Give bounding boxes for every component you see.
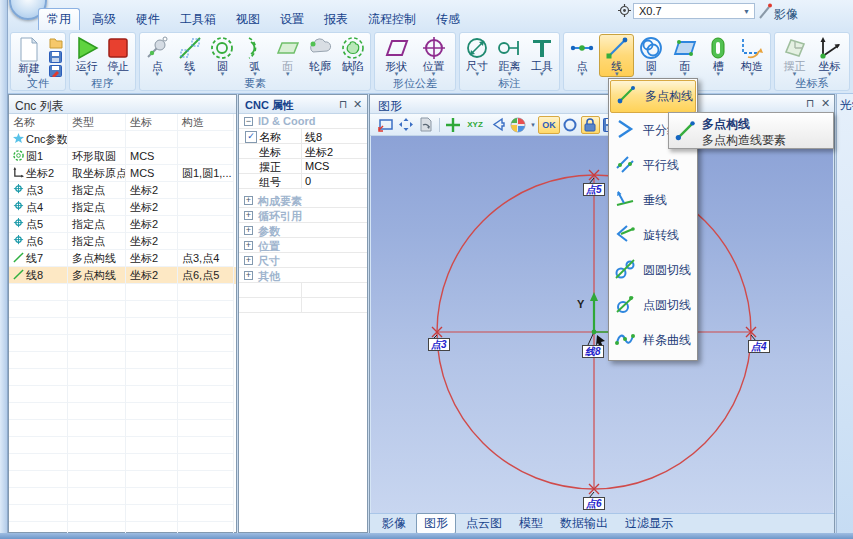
ok-button[interactable]: OK bbox=[538, 116, 560, 134]
collapse-icon[interactable]: − bbox=[244, 117, 253, 126]
table-row-Cnc参数[interactable]: Cnc参数 bbox=[9, 131, 236, 148]
tab-7[interactable]: 流程控制 bbox=[360, 8, 424, 30]
column-header-0[interactable]: 名称 bbox=[9, 114, 68, 131]
column-header-2[interactable]: 坐标 bbox=[126, 114, 178, 131]
tab-8[interactable]: 传感 bbox=[428, 8, 468, 30]
canvas-label-p6[interactable]: 点6 bbox=[583, 497, 605, 510]
target-icon[interactable] bbox=[618, 4, 631, 17]
annotate-button-1[interactable]: 距离▼ bbox=[493, 34, 525, 77]
tab-4[interactable]: 视图 bbox=[228, 8, 268, 30]
menu-item-7[interactable]: 样条曲线 bbox=[609, 323, 697, 358]
expand-icon[interactable]: + bbox=[244, 211, 253, 220]
section-其他[interactable]: +其他 bbox=[239, 268, 367, 283]
feature-button-3[interactable]: 弧▼ bbox=[239, 34, 272, 77]
canvas-label-p5[interactable]: 点5 bbox=[583, 183, 605, 196]
collapsed-panel-tab[interactable]: 光学 bbox=[836, 94, 853, 534]
expand-icon[interactable]: + bbox=[244, 226, 253, 235]
bottom-tab-2[interactable]: 点云图 bbox=[459, 514, 509, 533]
table-row-坐标2[interactable]: 坐标2取坐标原点MCS圆1,圆1,... bbox=[9, 165, 236, 182]
menu-item-0[interactable]: 多点构线 bbox=[610, 80, 696, 113]
feature-button-4[interactable]: 面▼ bbox=[271, 34, 304, 77]
feature-button-2[interactable]: 圆▼ bbox=[206, 34, 239, 77]
property-row-组号[interactable]: 组号0 bbox=[239, 174, 367, 189]
table-row-线8[interactable]: 线8多点构线坐标2点6,点5 bbox=[9, 267, 236, 284]
section-位置[interactable]: +位置 bbox=[239, 238, 367, 253]
checkbox-checked[interactable]: ✓ bbox=[245, 131, 257, 143]
xyz-icon[interactable]: XYZ bbox=[463, 116, 487, 134]
menu-item-6[interactable]: 点圆切线 bbox=[609, 288, 697, 323]
feature-button-1[interactable]: 线▼ bbox=[174, 34, 207, 77]
property-row-摆正[interactable]: 摆正MCS bbox=[239, 159, 367, 174]
annotate-button-0[interactable]: 尺寸▼ bbox=[461, 34, 493, 77]
tab-0[interactable]: 常用 bbox=[38, 8, 80, 30]
feature-button-6[interactable]: 缺陷▼ bbox=[336, 34, 369, 77]
tab-6[interactable]: 报表 bbox=[316, 8, 356, 30]
column-header-1[interactable]: 类型 bbox=[68, 114, 126, 131]
tolerance-button-1[interactable]: 位置▼ bbox=[417, 34, 450, 77]
construct-button-5[interactable]: 构造▼ bbox=[735, 34, 768, 77]
menu-item-4[interactable]: 旋转线 bbox=[609, 218, 697, 253]
zoom-fit-icon[interactable] bbox=[396, 116, 415, 134]
canvas-label-l8[interactable]: 线8 bbox=[582, 345, 604, 358]
pin-icon[interactable]: ⊓ bbox=[806, 97, 815, 110]
tab-3[interactable]: 工具箱 bbox=[172, 8, 224, 30]
crosshair-plus-icon[interactable] bbox=[443, 116, 462, 134]
expand-icon[interactable]: + bbox=[244, 256, 253, 265]
section-参数[interactable]: +参数 bbox=[239, 223, 367, 238]
stop-button[interactable]: 停止▼ bbox=[103, 34, 135, 77]
pin-icon[interactable]: ⊓ bbox=[339, 98, 348, 111]
construct-button-2[interactable]: 圆▼ bbox=[635, 34, 668, 77]
menu-item-2[interactable]: 平行线 bbox=[609, 148, 697, 183]
zoom-combo[interactable]: X0.7 bbox=[633, 3, 755, 19]
menu-item-5[interactable]: 圆圆切线 bbox=[609, 253, 697, 288]
table-row-点4[interactable]: 点4指定点坐标2 bbox=[9, 199, 236, 216]
tab-1[interactable]: 高级 bbox=[84, 8, 124, 30]
color-dropdown-arrow[interactable]: ▼ bbox=[530, 122, 536, 128]
feature-button-0[interactable]: 点▼ bbox=[141, 34, 174, 77]
graphics-canvas[interactable]: Y 点3 点4 点5 点6 线8 bbox=[371, 136, 833, 513]
bottom-tab-1[interactable]: 图形 bbox=[416, 513, 456, 534]
zoom-window-icon[interactable] bbox=[376, 116, 395, 134]
section-ID & Coord[interactable]: −ID & Coord bbox=[239, 114, 367, 129]
tolerance-button-0[interactable]: 形状▼ bbox=[380, 34, 413, 77]
close-icon[interactable]: ✕ bbox=[821, 97, 830, 110]
expand-icon[interactable]: + bbox=[244, 196, 253, 205]
new-button[interactable]: 新建 ▼ bbox=[13, 34, 45, 79]
bottom-tab-0[interactable]: 影像 bbox=[375, 514, 413, 533]
table-row-点3[interactable]: 点3指定点坐标2 bbox=[9, 182, 236, 199]
table-row-点6[interactable]: 点6指定点坐标2 bbox=[9, 233, 236, 250]
construct-button-0[interactable]: 点▼ bbox=[566, 34, 599, 77]
section-构成要素[interactable]: +构成要素 bbox=[239, 193, 367, 208]
lock-icon[interactable] bbox=[581, 116, 600, 134]
property-row-坐标[interactable]: 坐标坐标2 bbox=[239, 144, 367, 159]
bottom-tab-5[interactable]: 过滤显示 bbox=[618, 514, 680, 533]
close-icon[interactable]: ✕ bbox=[353, 98, 362, 111]
menu-item-3[interactable]: 垂线 bbox=[609, 183, 697, 218]
table-row-点5[interactable]: 点5指定点坐标2 bbox=[9, 216, 236, 233]
construct-button-4[interactable]: 槽▼ bbox=[702, 34, 735, 77]
section-尺寸[interactable]: +尺寸 bbox=[239, 253, 367, 268]
run-button[interactable]: 运行▼ bbox=[71, 34, 103, 77]
bottom-tab-4[interactable]: 数据输出 bbox=[553, 514, 615, 533]
color-wheel-icon[interactable] bbox=[508, 116, 527, 134]
canvas-label-p4[interactable]: 点4 bbox=[748, 340, 770, 353]
feature-button-5[interactable]: 轮廓▼ bbox=[304, 34, 337, 77]
construct-button-1[interactable]: 线▼ bbox=[599, 34, 634, 77]
table-row-圆1[interactable]: 圆1环形取圆MCS bbox=[9, 148, 236, 165]
annotate-button-2[interactable]: 工具▼ bbox=[526, 34, 558, 77]
tab-2[interactable]: 硬件 bbox=[128, 8, 168, 30]
construct-button-3[interactable]: 面▼ bbox=[668, 34, 701, 77]
canvas-label-p3[interactable]: 点3 bbox=[428, 338, 450, 351]
page-rotate-icon[interactable] bbox=[416, 116, 435, 134]
coordsys-button-0[interactable]: 摆正▼ bbox=[778, 34, 811, 77]
table-row-线7[interactable]: 线7多点构线坐标2点3,点4 bbox=[9, 250, 236, 267]
property-row-名称[interactable]: ✓名称线8 bbox=[239, 129, 367, 144]
bottom-tab-3[interactable]: 模型 bbox=[512, 514, 550, 533]
column-header-3[interactable]: 构造 bbox=[178, 114, 234, 131]
circle-icon[interactable] bbox=[561, 116, 580, 134]
coordsys-button-1[interactable]: 坐标▼ bbox=[813, 34, 846, 77]
tab-5[interactable]: 设置 bbox=[272, 8, 312, 30]
back-arrow-icon[interactable] bbox=[488, 116, 507, 134]
expand-icon[interactable]: + bbox=[244, 241, 253, 250]
probe-pen-icon[interactable] bbox=[757, 2, 773, 20]
